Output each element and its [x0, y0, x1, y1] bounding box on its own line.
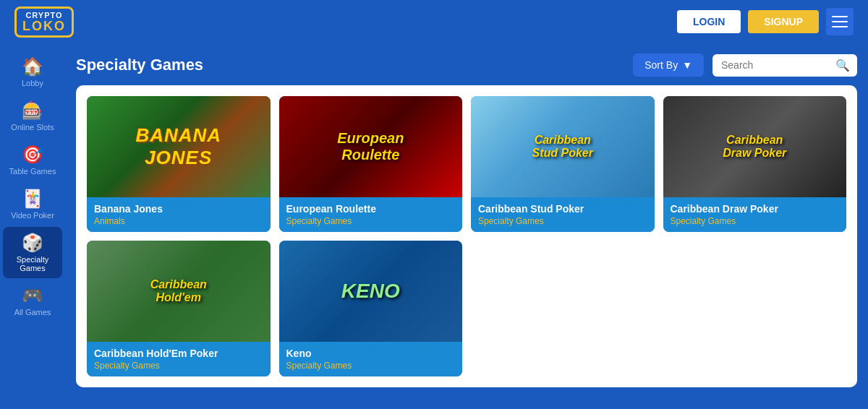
slots-icon: 🎰	[22, 100, 43, 121]
game-name-caribbean-draw-poker: Caribbean Draw Poker	[671, 203, 840, 215]
sidebar-item-video-poker[interactable]: 🃏 Video Poker	[3, 183, 62, 225]
game-thumb-text-caribbean-holdem-poker: CaribbeanHold'em	[87, 241, 271, 342]
game-card-keno[interactable]: KENO Keno Specialty Games	[279, 241, 463, 376]
game-info-caribbean-draw-poker: Caribbean Draw Poker Specialty Games	[663, 197, 847, 232]
game-card-caribbean-draw-poker[interactable]: CaribbeanDraw Poker Caribbean Draw Poker…	[663, 96, 847, 232]
home-icon: 🏠	[22, 56, 43, 77]
search-icon: 🔍	[835, 59, 850, 72]
game-category-caribbean-holdem-poker: Specialty Games	[94, 361, 263, 371]
game-thumb-caribbean-draw-poker: CaribbeanDraw Poker	[663, 96, 847, 197]
logo-crypto: CRYPTO	[25, 12, 62, 20]
game-thumb-text-caribbean-draw-poker: CaribbeanDraw Poker	[663, 96, 847, 197]
game-info-keno: Keno Specialty Games	[279, 342, 463, 376]
sidebar-label-all-games: All Games	[14, 308, 51, 317]
header-right: LOGIN SIGNUP	[677, 8, 854, 35]
game-name-banana-jones: Banana Jones	[94, 203, 263, 215]
hamburger-line-2	[832, 21, 848, 22]
header-controls: Sort By ▼ 🔍	[633, 53, 857, 77]
logo-loko: LOKO	[22, 20, 66, 33]
games-grid-row2: CaribbeanHold'em Caribbean Hold'Em Poker…	[87, 241, 846, 376]
game-name-caribbean-holdem-poker: Caribbean Hold'Em Poker	[94, 348, 263, 359]
sidebar-label-video-poker: Video Poker	[11, 211, 54, 220]
game-card-caribbean-holdem-poker[interactable]: CaribbeanHold'em Caribbean Hold'Em Poker…	[87, 241, 271, 376]
all-games-icon: 🎮	[22, 285, 43, 306]
hamburger-line-3	[832, 26, 848, 27]
game-thumb-european-roulette: EuropeanRoulette	[279, 96, 463, 197]
game-category-caribbean-draw-poker: Specialty Games	[671, 216, 840, 226]
login-button[interactable]: LOGIN	[677, 10, 741, 33]
game-thumb-text-banana-jones: BANANAJONES	[87, 96, 271, 197]
hamburger-line-1	[832, 16, 848, 17]
sidebar-item-all-games[interactable]: 🎮 All Games	[3, 280, 62, 322]
game-card-european-roulette[interactable]: EuropeanRoulette European Roulette Speci…	[279, 96, 463, 232]
sidebar: 🏠 Lobby 🎰 Online Slots 🎯 Table Games 🃏 V…	[0, 43, 65, 409]
chevron-down-icon: ▼	[682, 59, 692, 71]
game-name-european-roulette: European Roulette	[286, 203, 456, 215]
menu-button[interactable]	[826, 8, 854, 35]
specialty-games-icon: 🎲	[22, 233, 43, 253]
game-info-banana-jones: Banana Jones Animals	[87, 197, 271, 232]
video-poker-icon: 🃏	[22, 189, 43, 209]
table-games-icon: 🎯	[22, 145, 43, 165]
content-area: Specialty Games Sort By ▼ 🔍 BANANAJO	[65, 43, 868, 409]
games-container: BANANAJONES Banana Jones Animals Europea…	[76, 85, 857, 387]
game-name-caribbean-stud-poker: Caribbean Stud Poker	[478, 203, 647, 215]
sidebar-item-online-slots[interactable]: 🎰 Online Slots	[3, 95, 62, 137]
game-thumb-caribbean-holdem-poker: CaribbeanHold'em	[87, 241, 271, 342]
games-grid-row1: BANANAJONES Banana Jones Animals Europea…	[87, 96, 846, 232]
sort-by-label: Sort By	[644, 59, 678, 71]
game-card-banana-jones[interactable]: BANANAJONES Banana Jones Animals	[87, 96, 271, 232]
search-box: 🔍	[712, 54, 857, 77]
logo-area: CRYPTO LOKO	[14, 7, 74, 38]
main-layout: 🏠 Lobby 🎰 Online Slots 🎯 Table Games 🃏 V…	[0, 43, 868, 409]
game-name-keno: Keno	[286, 348, 456, 359]
game-category-european-roulette: Specialty Games	[286, 216, 456, 226]
page-title: Specialty Games	[76, 56, 203, 74]
sidebar-label-table-games: Table Games	[9, 167, 56, 176]
game-thumb-banana-jones: BANANAJONES	[87, 96, 271, 197]
search-input[interactable]	[721, 59, 830, 71]
game-info-european-roulette: European Roulette Specialty Games	[279, 197, 463, 232]
sidebar-label-specialty-games: Specialty Games	[7, 255, 58, 272]
sort-by-button[interactable]: Sort By ▼	[633, 53, 704, 77]
game-thumb-caribbean-stud-poker: CaribbeanStud Poker	[471, 96, 655, 197]
game-category-banana-jones: Animals	[94, 216, 263, 226]
game-thumb-keno: KENO	[279, 241, 463, 342]
game-thumb-text-european-roulette: EuropeanRoulette	[279, 96, 463, 197]
content-header: Specialty Games Sort By ▼ 🔍	[76, 43, 857, 85]
signup-button[interactable]: SIGNUP	[748, 10, 819, 33]
logo: CRYPTO LOKO	[14, 7, 74, 38]
sidebar-item-table-games[interactable]: 🎯 Table Games	[3, 139, 62, 181]
game-category-caribbean-stud-poker: Specialty Games	[478, 216, 647, 226]
game-thumb-text-caribbean-stud-poker: CaribbeanStud Poker	[471, 96, 655, 197]
game-card-caribbean-stud-poker[interactable]: CaribbeanStud Poker Caribbean Stud Poker…	[471, 96, 655, 232]
game-category-keno: Specialty Games	[286, 361, 456, 371]
sidebar-label-lobby: Lobby	[22, 79, 43, 87]
game-thumb-text-keno: KENO	[279, 241, 463, 342]
sidebar-label-online-slots: Online Slots	[11, 123, 54, 132]
game-info-caribbean-stud-poker: Caribbean Stud Poker Specialty Games	[471, 197, 655, 232]
header: CRYPTO LOKO LOGIN SIGNUP	[0, 0, 868, 43]
sidebar-item-lobby[interactable]: 🏠 Lobby	[3, 51, 62, 93]
sidebar-item-specialty-games[interactable]: 🎲 Specialty Games	[3, 227, 62, 278]
game-info-caribbean-holdem-poker: Caribbean Hold'Em Poker Specialty Games	[87, 342, 271, 376]
